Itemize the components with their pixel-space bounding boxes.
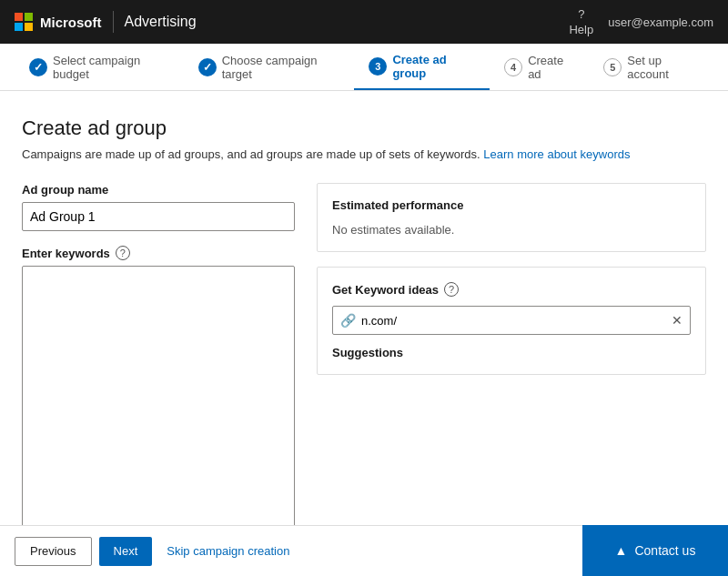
nav-right: ? Help user@example.com bbox=[569, 7, 713, 36]
keyword-url-input-row: 🔗 ✕ bbox=[332, 306, 691, 335]
step-3-circle: 3 bbox=[369, 57, 387, 76]
contact-chevron: ▲ bbox=[615, 543, 628, 558]
form-left: Ad group name Enter keywords ? bbox=[22, 183, 295, 541]
step-create-ad[interactable]: 4 Create ad bbox=[490, 44, 589, 90]
main-content: Create ad group Campaigns are made up of… bbox=[0, 91, 728, 576]
ad-group-name-input[interactable] bbox=[22, 202, 295, 231]
top-nav: Microsoft Advertising ? Help user@exampl… bbox=[0, 0, 728, 44]
keyword-ideas-label-row: Get Keyword ideas ? bbox=[332, 282, 691, 297]
step-2-label: Choose campaign target bbox=[222, 54, 340, 81]
form-right: Estimated performance No estimates avail… bbox=[317, 183, 706, 389]
help-label: Help bbox=[569, 23, 593, 36]
estimated-performance-panel: Estimated performance No estimates avail… bbox=[317, 183, 706, 252]
step-4-label: Create ad bbox=[528, 54, 574, 81]
link-icon: 🔗 bbox=[340, 313, 356, 328]
learn-more-link[interactable]: Learn more about keywords bbox=[483, 147, 630, 161]
nav-divider bbox=[113, 11, 114, 33]
keywords-label: Enter keywords bbox=[22, 247, 110, 260]
subtitle-text: Campaigns are made up of ad groups, and … bbox=[22, 147, 480, 161]
step-1-label: Select campaign budget bbox=[53, 54, 169, 81]
step-create-ad-group[interactable]: 3 Create ad group bbox=[354, 44, 490, 90]
step-select-budget[interactable]: ✓ Select campaign budget bbox=[15, 44, 184, 90]
step-1-circle: ✓ bbox=[29, 58, 47, 76]
step-3-number: 3 bbox=[375, 61, 380, 72]
keywords-label-row: Enter keywords ? bbox=[22, 246, 295, 260]
keyword-ideas-help-icon[interactable]: ? bbox=[444, 282, 459, 297]
help-button[interactable]: ? Help bbox=[569, 7, 593, 36]
brand-name: Microsoft bbox=[40, 15, 102, 30]
keyword-ideas-panel: Get Keyword ideas ? 🔗 ✕ Suggestions bbox=[317, 267, 706, 375]
ad-group-name-label: Ad group name bbox=[22, 183, 295, 197]
next-button[interactable]: Next bbox=[99, 537, 153, 566]
ms-logo-grid bbox=[15, 13, 33, 31]
form-layout: Ad group name Enter keywords ? Estimated… bbox=[22, 183, 706, 541]
steps-bar: ✓ Select campaign budget ✓ Choose campai… bbox=[0, 44, 728, 91]
step-3-label: Create ad group bbox=[392, 53, 475, 80]
estimated-performance-title: Estimated performance bbox=[332, 198, 691, 212]
check-icon-2: ✓ bbox=[203, 61, 212, 74]
check-icon-1: ✓ bbox=[34, 61, 43, 74]
step-set-up-account[interactable]: 5 Set up account bbox=[589, 44, 713, 90]
step-choose-target[interactable]: ✓ Choose campaign target bbox=[184, 44, 355, 90]
step-5-number: 5 bbox=[610, 62, 615, 73]
contact-us-bar[interactable]: ▲ Contact us bbox=[582, 525, 728, 576]
step-4-circle: 4 bbox=[504, 58, 522, 76]
user-account[interactable]: user@example.com bbox=[608, 15, 713, 29]
step-5-label: Set up account bbox=[627, 54, 699, 81]
keyword-ideas-title: Get Keyword ideas bbox=[332, 283, 439, 297]
estimated-performance-message: No estimates available. bbox=[332, 223, 691, 237]
ms-logo: Microsoft bbox=[15, 13, 102, 31]
step-2-circle: ✓ bbox=[198, 58, 217, 76]
clear-url-button[interactable]: ✕ bbox=[672, 313, 682, 328]
page-title: Create ad group bbox=[22, 116, 706, 140]
suggestions-label: Suggestions bbox=[332, 346, 691, 359]
contact-label: Contact us bbox=[634, 543, 695, 558]
keywords-textarea[interactable] bbox=[22, 266, 295, 539]
step-4-number: 4 bbox=[511, 62, 516, 73]
keyword-url-input[interactable] bbox=[361, 314, 666, 328]
keywords-help-icon[interactable]: ? bbox=[116, 246, 130, 260]
help-icon: ? bbox=[578, 7, 584, 21]
step-5-circle: 5 bbox=[603, 58, 622, 76]
skip-campaign-link[interactable]: Skip campaign creation bbox=[159, 544, 297, 558]
product-name: Advertising bbox=[125, 14, 197, 30]
page-subtitle: Campaigns are made up of ad groups, and … bbox=[22, 147, 706, 161]
previous-button[interactable]: Previous bbox=[15, 537, 92, 566]
